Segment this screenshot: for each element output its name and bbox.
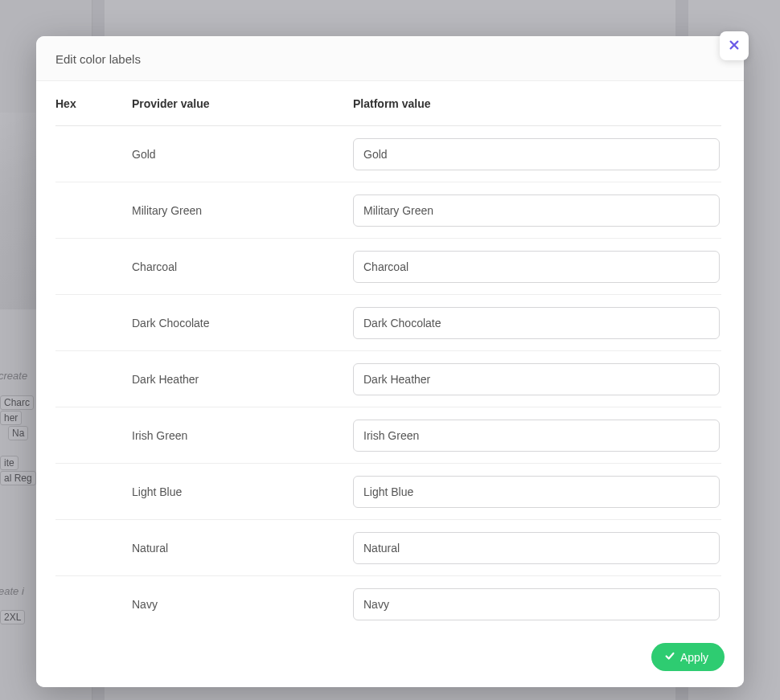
platform-value-input[interactable]	[353, 251, 720, 283]
provider-value: Navy	[132, 598, 353, 611]
table-row: Military Green	[55, 182, 721, 239]
provider-value: Charcoal	[132, 260, 353, 273]
platform-value-input[interactable]	[353, 420, 720, 452]
platform-value-cell	[353, 420, 721, 452]
header-platform: Platform value	[353, 97, 721, 110]
close-button[interactable]	[720, 31, 749, 60]
table-row: Dark Heather	[55, 351, 721, 407]
platform-value-input[interactable]	[353, 363, 720, 395]
platform-value-cell	[353, 307, 721, 339]
platform-value-input[interactable]	[353, 138, 720, 170]
platform-value-cell	[353, 588, 721, 620]
provider-value: Gold	[132, 148, 353, 161]
check-icon	[664, 650, 675, 664]
platform-value-cell	[353, 251, 721, 283]
platform-value-cell	[353, 363, 721, 395]
platform-value-cell	[353, 476, 721, 508]
modal-overlay[interactable]: Edit color labels Hex Provider value Pla…	[0, 0, 780, 700]
provider-value: Irish Green	[132, 429, 353, 442]
provider-value: Light Blue	[132, 485, 353, 498]
platform-value-cell	[353, 194, 721, 227]
provider-value: Dark Heather	[132, 373, 353, 386]
apply-button-label: Apply	[680, 651, 708, 664]
provider-value: Natural	[132, 542, 353, 555]
modal-body: Hex Provider value Platform value GoldMi…	[36, 81, 744, 630]
close-icon	[729, 39, 740, 53]
platform-value-input[interactable]	[353, 476, 720, 508]
platform-value-cell	[353, 138, 721, 170]
platform-value-input[interactable]	[353, 307, 720, 339]
color-table-scroll[interactable]: Hex Provider value Platform value GoldMi…	[55, 81, 726, 630]
provider-value: Dark Chocolate	[132, 317, 353, 330]
table-row: Dark Chocolate	[55, 295, 721, 351]
table-row: Irish Green	[55, 407, 721, 464]
table-header-row: Hex Provider value Platform value	[55, 81, 721, 126]
apply-button[interactable]: Apply	[651, 643, 725, 671]
platform-value-input[interactable]	[353, 194, 720, 227]
modal-header: Edit color labels	[36, 36, 744, 81]
platform-value-input[interactable]	[353, 588, 720, 620]
platform-value-cell	[353, 532, 721, 564]
header-provider: Provider value	[132, 97, 353, 110]
platform-value-input[interactable]	[353, 532, 720, 564]
table-row: Light Blue	[55, 464, 721, 520]
modal-footer: Apply	[36, 630, 744, 687]
edit-color-labels-modal: Edit color labels Hex Provider value Pla…	[36, 36, 744, 687]
table-row: Charcoal	[55, 239, 721, 295]
header-hex: Hex	[55, 97, 132, 110]
table-row: Natural	[55, 520, 721, 576]
table-row: Navy	[55, 576, 721, 630]
modal-title: Edit color labels	[55, 52, 725, 66]
table-row: Gold	[55, 126, 721, 182]
provider-value: Military Green	[132, 204, 353, 217]
